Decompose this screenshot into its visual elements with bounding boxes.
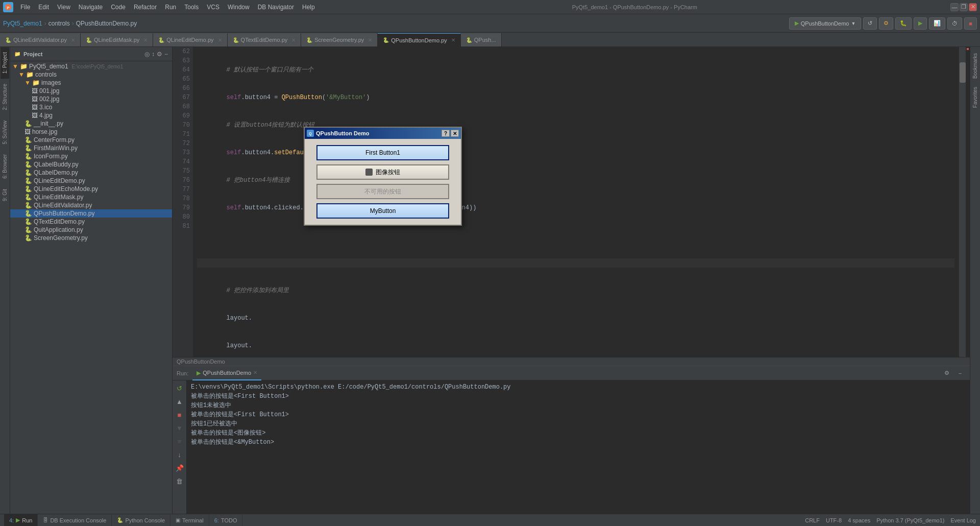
file-tab-0[interactable]: 🐍 QLineEditValidator.py ✕ bbox=[0, 33, 81, 46]
tree-file-qpushbuttondemo[interactable]: 🐍 QPushButtonDemo.py bbox=[10, 209, 172, 218]
bottom-tab-todo[interactable]: 6: TODO bbox=[209, 514, 243, 527]
menu-refactor[interactable]: Refactor bbox=[130, 0, 161, 14]
run-tab-qpushbutton[interactable]: ▶ QPushButtonDemo ✕ bbox=[192, 366, 261, 380]
left-tab-sciview[interactable]: 5: SciView bbox=[1, 115, 9, 150]
bottom-tab-run[interactable]: 4: ▶ Run bbox=[4, 514, 38, 527]
profile-btn[interactable]: ⏱ bbox=[947, 17, 962, 30]
qpushbutton-demo-dialog[interactable]: Q QPushButton Demo ? ✕ First Button1 图像按… bbox=[304, 127, 462, 226]
tab-close-3[interactable]: ✕ bbox=[291, 37, 296, 43]
close-btn[interactable]: ✕ bbox=[969, 3, 977, 11]
run-config-dropdown[interactable]: ▶ QPushButtonDemo ▼ bbox=[789, 17, 862, 30]
file-tab-3[interactable]: 🐍 QTextEditDemo.py ✕ bbox=[228, 33, 302, 46]
run-tab-close[interactable]: ✕ bbox=[253, 366, 257, 380]
menu-vcs[interactable]: VCS bbox=[203, 0, 224, 14]
encoding-status[interactable]: UTF-8 bbox=[826, 517, 842, 523]
tab-close-2[interactable]: ✕ bbox=[218, 37, 222, 43]
tree-file-init[interactable]: 🐍 __init__.py bbox=[10, 119, 172, 128]
line-ending-status[interactable]: CRLF bbox=[805, 517, 820, 523]
menu-db-navigator[interactable]: DB Navigator bbox=[254, 0, 298, 14]
tree-file-001[interactable]: 🖼 001.jpg bbox=[10, 87, 172, 95]
dialog-mybutton[interactable]: MyButton bbox=[316, 203, 449, 219]
event-log-status[interactable]: Event Log bbox=[950, 517, 976, 523]
tree-file-qlabeldemo[interactable]: 🐍 QLabelDemo.py bbox=[10, 169, 172, 177]
menu-tools[interactable]: Tools bbox=[180, 0, 203, 14]
tree-file-3ico[interactable]: 🖼 3.ico bbox=[10, 103, 172, 111]
breadcrumb-file[interactable]: QPushButtonDemo.py bbox=[76, 20, 137, 27]
left-tab-project[interactable]: 1: Project bbox=[1, 47, 9, 79]
breadcrumb-controls[interactable]: controls bbox=[48, 20, 70, 27]
tree-file-iconform[interactable]: 🐍 IconForm.py bbox=[10, 152, 172, 160]
menu-file[interactable]: File bbox=[16, 0, 34, 14]
run-pin-btn[interactable]: 📌 bbox=[174, 462, 185, 473]
run-debug-btn[interactable]: 🐛 bbox=[895, 17, 912, 30]
editor-scrollbar[interactable] bbox=[959, 47, 966, 357]
file-tab-5[interactable]: 🐍 QPushButtonDemo.py ✕ bbox=[378, 33, 460, 46]
tree-file-quitapp[interactable]: 🐍 QuitApplication.py bbox=[10, 226, 172, 234]
left-tab-git[interactable]: 9: Git bbox=[1, 184, 9, 206]
menu-navigate[interactable]: Navigate bbox=[75, 0, 107, 14]
tree-file-002[interactable]: 🖼 002.jpg bbox=[10, 95, 172, 103]
tab-close-1[interactable]: ✕ bbox=[143, 37, 148, 43]
coverage-btn[interactable]: 📊 bbox=[929, 17, 945, 30]
run-btn[interactable]: ▶ bbox=[914, 17, 927, 30]
menu-view[interactable]: View bbox=[53, 0, 75, 14]
tree-file-horse[interactable]: 🖼 horse.jpg bbox=[10, 128, 172, 136]
menu-run[interactable]: Run bbox=[161, 0, 180, 14]
left-tab-structure[interactable]: 2: Structure bbox=[1, 79, 9, 115]
tree-file-qlabelbuddy[interactable]: 🐍 QLabelBuddy.py bbox=[10, 160, 172, 169]
menu-edit[interactable]: Edit bbox=[34, 0, 53, 14]
tree-file-4jpg[interactable]: 🖼 4.jpg bbox=[10, 111, 172, 119]
tab-close-0[interactable]: ✕ bbox=[71, 37, 75, 43]
bookmarks-tab[interactable]: Bookmarks bbox=[971, 49, 979, 83]
run-settings-icon[interactable]: ⚙ bbox=[941, 368, 952, 379]
tree-file-screengeometry[interactable]: 🐍 ScreenGeometry.py bbox=[10, 234, 172, 242]
tree-file-qlineeditmask[interactable]: 🐍 QLineEditEchoMode.py bbox=[10, 185, 172, 193]
minimize-panel-icon[interactable]: − bbox=[164, 51, 168, 58]
tree-images-folder[interactable]: ▼ 📁 images bbox=[10, 79, 172, 87]
minimize-btn[interactable]: — bbox=[950, 3, 959, 11]
indent-status[interactable]: 4 spaces bbox=[848, 517, 870, 523]
file-tab-4[interactable]: 🐍 ScreenGeometry.py ✕ bbox=[301, 33, 378, 46]
dialog-image-button[interactable]: 图像按钮 bbox=[316, 164, 449, 180]
breadcrumb-project[interactable]: PyQt5_demo1 bbox=[3, 20, 42, 27]
python-version-status[interactable]: Python 3.7 (PyQt5_demo1) bbox=[876, 517, 944, 523]
maximize-btn[interactable]: ❐ bbox=[960, 3, 968, 11]
stop-run-btn[interactable]: ■ bbox=[174, 409, 185, 420]
tree-file-qlineeditvalidator[interactable]: 🐍 QLineEditValidator.py bbox=[10, 201, 172, 209]
tab-close-5[interactable]: ✕ bbox=[451, 37, 455, 43]
tab-close-4[interactable]: ✕ bbox=[368, 37, 372, 43]
favorites-tab[interactable]: Favorites bbox=[971, 83, 979, 112]
expand-icon[interactable]: ↕ bbox=[152, 51, 155, 58]
left-tab-browser[interactable]: 6: Browser bbox=[1, 149, 9, 184]
bottom-tab-python-console[interactable]: 🐍 Python Console bbox=[112, 514, 170, 527]
locate-icon[interactable]: ◎ bbox=[144, 51, 150, 58]
stop-btn[interactable]: ■ bbox=[964, 17, 977, 30]
run-minimize-icon[interactable]: − bbox=[954, 368, 966, 379]
dialog-first-button[interactable]: First Button1 bbox=[316, 145, 449, 160]
code-content[interactable]: 62 63 64 65 66 67 68 69 70 71 72 73 74 7… bbox=[173, 47, 970, 357]
tree-file-qtexteditdemo[interactable]: 🐍 QTextEditDemo.py bbox=[10, 218, 172, 226]
run-clear-btn[interactable]: 🗑 bbox=[174, 475, 185, 487]
file-tab-1[interactable]: 🐍 QLineEditMask.py ✕ bbox=[81, 33, 153, 46]
tree-file-firstmain[interactable]: 🐍 FirstMainWin.py bbox=[10, 144, 172, 152]
dialog-help-btn[interactable]: ? bbox=[442, 130, 450, 137]
run-scroll-btn[interactable]: ↓ bbox=[174, 449, 185, 460]
run-output[interactable]: E:\venvs\PyQt5_demo1\Scripts\python.exe … bbox=[187, 380, 970, 514]
dialog-close-btn[interactable]: ✕ bbox=[451, 130, 459, 137]
tree-file-centerform[interactable]: 🐍 CenterForm.py bbox=[10, 136, 172, 144]
settings-icon[interactable]: ⚙ bbox=[157, 51, 162, 58]
menu-code[interactable]: Code bbox=[107, 0, 130, 14]
bottom-tab-db[interactable]: 🗄 DB Execution Console bbox=[38, 514, 112, 527]
run-up-btn[interactable]: ▲ bbox=[174, 396, 185, 407]
tree-file-qlineeditmode[interactable]: 🐍 QLineEditMask.py bbox=[10, 193, 172, 201]
refresh-btn[interactable]: ↺ bbox=[863, 17, 877, 30]
rerun-btn[interactable]: ↺ bbox=[174, 382, 185, 394]
file-tab-6[interactable]: 🐍 QPush... bbox=[461, 33, 502, 46]
bottom-tab-terminal[interactable]: ▣ Terminal bbox=[170, 514, 209, 527]
menu-help[interactable]: Help bbox=[298, 0, 319, 14]
menu-window[interactable]: Window bbox=[224, 0, 254, 14]
file-tab-2[interactable]: 🐍 QLineEditDemo.py ✕ bbox=[153, 33, 227, 46]
tree-root[interactable]: ▼ 📁 PyQt5_demo1 E:\code\PyQt5_demo1 bbox=[10, 62, 172, 70]
tree-controls-folder[interactable]: ▼ 📁 controls bbox=[10, 70, 172, 79]
build-btn[interactable]: ⚙ bbox=[879, 17, 893, 30]
